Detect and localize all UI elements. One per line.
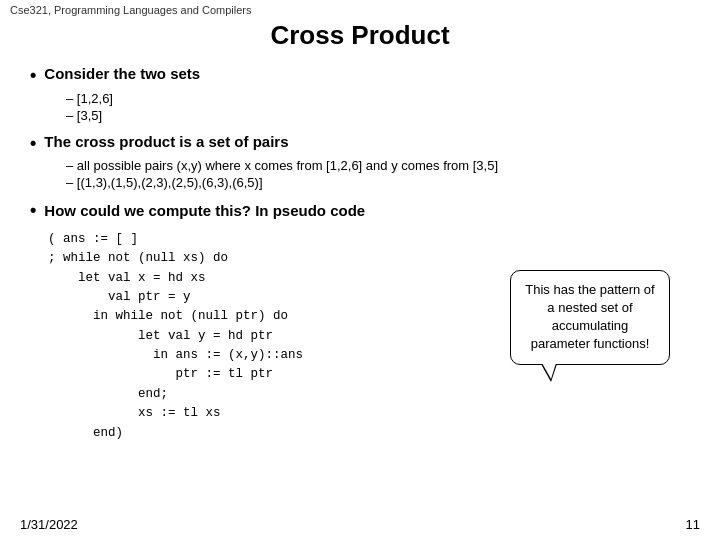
bullet-dot-1: • (30, 65, 36, 87)
section-3-heading: • How could we compute this? In pseudo c… (30, 200, 690, 222)
bubble-text: This has the pattern of a nested set of … (525, 282, 654, 352)
section-2: • The cross product is a set of pairs al… (30, 133, 690, 191)
list-item: [3,5] (66, 108, 690, 123)
page-title: Cross Product (0, 20, 720, 51)
section-2-subitems: all possible pairs (x,y) where x comes f… (66, 158, 690, 190)
speech-bubble: This has the pattern of a nested set of … (510, 270, 670, 365)
section-3: • How could we compute this? In pseudo c… (30, 200, 690, 443)
list-item: [(1,3),(1,5),(2,3),(2,5),(6,3),(6,5)] (66, 175, 690, 190)
footer-page: 11 (686, 517, 700, 532)
section-2-label: The cross product is a set of pairs (44, 133, 288, 150)
header-bar: Cse321, Programming Languages and Compil… (0, 0, 720, 20)
section-1-heading: • Consider the two sets (30, 65, 690, 87)
footer-date: 1/31/2022 (20, 517, 78, 532)
content: • Consider the two sets [1,2,6] [3,5] • … (0, 65, 720, 443)
list-item: all possible pairs (x,y) where x comes f… (66, 158, 690, 173)
section-1-label: Consider the two sets (44, 65, 200, 82)
section-1-subitems: [1,2,6] [3,5] (66, 91, 690, 123)
section-1: • Consider the two sets [1,2,6] [3,5] (30, 65, 690, 123)
bullet-dot-3: • (30, 200, 36, 222)
footer: 1/31/2022 11 (0, 517, 720, 532)
section-2-heading: • The cross product is a set of pairs (30, 133, 690, 155)
code-section: ( ans := [ ] ; while not (null xs) do le… (30, 230, 690, 443)
list-item: [1,2,6] (66, 91, 690, 106)
section-3-label: How could we compute this? In pseudo cod… (44, 202, 365, 219)
header-label: Cse321, Programming Languages and Compil… (10, 4, 252, 16)
bullet-dot-2: • (30, 133, 36, 155)
code-block: ( ans := [ ] ; while not (null xs) do le… (48, 230, 303, 443)
